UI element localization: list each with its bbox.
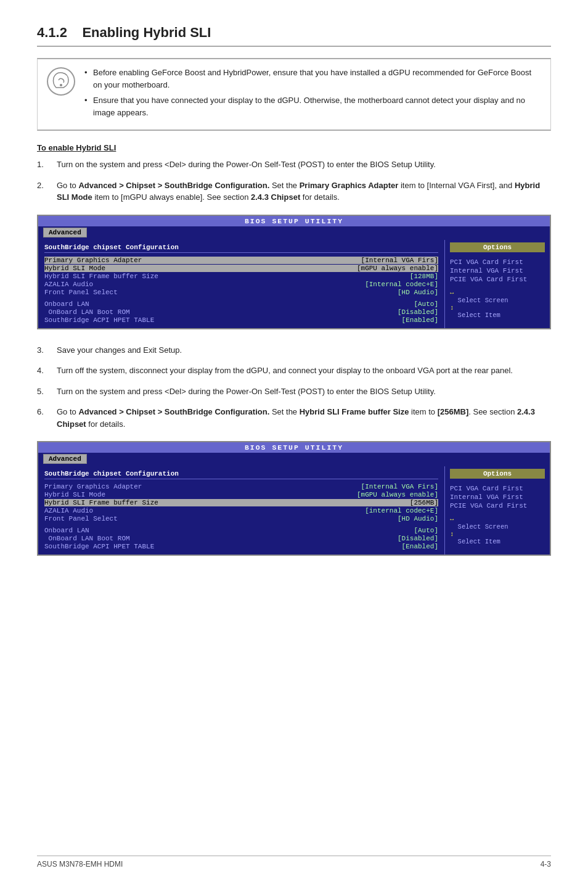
section-number: 4.1.2 — [37, 25, 67, 40]
bios-nav-1: ↔ Select Screen ↕ Select Item — [450, 289, 545, 319]
note-item-1: Before enabling GeForce Boost and Hybrid… — [84, 67, 542, 91]
bios-screenshot-1: BIOS SETUP UTILITY Advanced SouthBridge … — [37, 215, 551, 329]
bios-options-title-1: Options — [450, 242, 545, 252]
step-6-text: Go to Advanced > Chipset > SouthBridge C… — [57, 406, 551, 430]
step-1-text: Turn on the system and press <Del> durin… — [57, 159, 551, 171]
bios-row-1-5: Front Panel Select [HD Audio] — [44, 289, 438, 296]
steps-list-2: 3. Save your changes and Exit Setup. 4. … — [37, 344, 551, 431]
step-4: 4. Turn off the system, disconnect your … — [37, 365, 551, 377]
note-list: Before enabling GeForce Boost and Hybrid… — [84, 67, 542, 118]
bios-left-2: SouthBridge chipset Configuration Primar… — [38, 466, 445, 555]
bios-row-1-6: Onboard LAN [Auto] — [44, 300, 438, 308]
footer-left: ASUS M3N78-EMH HDMI — [37, 860, 123, 868]
note-box: Before enabling GeForce Boost and Hybrid… — [37, 58, 551, 131]
page-footer: ASUS M3N78-EMH HDMI 4-3 — [37, 856, 551, 868]
bios-options-title-2: Options — [450, 469, 545, 479]
sub-heading: To enable Hybrid SLI — [37, 143, 551, 152]
bios-body-2: SouthBridge chipset Configuration Primar… — [38, 466, 550, 555]
bios-title-bar-1: BIOS SETUP UTILITY — [38, 216, 550, 226]
step-4-num: 4. — [37, 365, 49, 377]
step-6-num: 6. — [37, 406, 49, 430]
bios-right-1: Options PCI VGA Card First Internal VGA … — [445, 240, 550, 328]
bios-row-2-6: Onboard LAN [Auto] — [44, 527, 438, 534]
svg-point-1 — [60, 84, 62, 86]
step-5-text: Turn on the system and press <Del> durin… — [57, 386, 551, 398]
bios-left-1: SouthBridge chipset Configuration Primar… — [38, 240, 445, 328]
step-3-num: 3. — [37, 344, 49, 357]
bios-row-1-4: AZALIA Audio [Internal codec+E] — [44, 281, 438, 288]
bios-option-2-2: Internal VGA First — [450, 493, 545, 501]
step-6: 6. Go to Advanced > Chipset > SouthBridg… — [37, 406, 551, 430]
bios-tab-2: Advanced — [43, 454, 87, 464]
step-3: 3. Save your changes and Exit Setup. — [37, 344, 551, 357]
bios-row-1-2: Hybrid SLI Mode [mGPU always enable] — [44, 265, 438, 272]
bios-row-1-7: OnBoard LAN Boot ROM [Disabled] — [44, 308, 438, 316]
bios-screenshot-2: BIOS SETUP UTILITY Advanced SouthBridge … — [37, 441, 551, 556]
step-5: 5. Turn on the system and press <Del> du… — [37, 386, 551, 398]
bios-row-1-1: Primary Graphics Adapter [Internal VGA F… — [44, 257, 438, 264]
bios-option-2-3: PCIE VGA Card First — [450, 502, 545, 510]
step-4-text: Turn off the system, disconnect your dis… — [57, 365, 551, 377]
svg-point-0 — [47, 68, 75, 95]
bios-option-2-1: PCI VGA Card First — [450, 485, 545, 492]
bios-row-2-7: OnBoard LAN Boot ROM [Disabled] — [44, 535, 438, 542]
steps-list-1: 1. Turn on the system and press <Del> du… — [37, 159, 551, 204]
caution-icon — [46, 67, 76, 96]
bios-option-1-1: PCI VGA Card First — [450, 258, 545, 266]
footer-right: 4-3 — [541, 860, 551, 868]
bios-tab-1: Advanced — [43, 228, 87, 237]
note-icon — [46, 67, 76, 96]
section-title: 4.1.2 Enabling Hybrid SLI — [37, 25, 551, 47]
bios-section-title-2: SouthBridge chipset Configuration — [44, 470, 438, 479]
note-item-2: Ensure that you have connected your disp… — [84, 94, 542, 118]
bios-row-2-2: Hybrid SLI Mode [mGPU always enable] — [44, 491, 438, 498]
bios-row-2-5: Front Panel Select [HD Audio] — [44, 515, 438, 522]
step-1: 1. Turn on the system and press <Del> du… — [37, 159, 551, 171]
bios-right-2: Options PCI VGA Card First Internal VGA … — [445, 466, 550, 555]
step-2-text: Go to Advanced > Chipset > SouthBridge C… — [57, 179, 551, 204]
bios-section-title-1: SouthBridge chipset Configuration — [44, 244, 438, 253]
bios-option-1-3: PCIE VGA Card First — [450, 276, 545, 283]
bios-row-2-4: AZALIA Audio [internal codec+E] — [44, 507, 438, 514]
bios-option-1-2: Internal VGA First — [450, 267, 545, 274]
step-5-num: 5. — [37, 386, 49, 398]
bios-body-1: SouthBridge chipset Configuration Primar… — [38, 240, 550, 328]
bios-row-2-8: SouthBridge ACPI HPET TABLE [Enabled] — [44, 543, 438, 550]
section-heading-text: Enabling Hybrid SLI — [82, 25, 211, 40]
step-2: 2. Go to Advanced > Chipset > SouthBridg… — [37, 179, 551, 204]
note-content: Before enabling GeForce Boost and Hybrid… — [84, 67, 542, 122]
bios-nav-2: ↔ Select Screen ↕ Select Item — [450, 516, 545, 545]
bios-title-bar-2: BIOS SETUP UTILITY — [38, 442, 550, 453]
bios-row-2-1: Primary Graphics Adapter [Internal VGA F… — [44, 483, 438, 490]
bios-row-2-3: Hybrid SLI Frame buffer Size [256MB] — [44, 499, 438, 506]
bios-row-1-3: Hybrid SLI Frame buffer Size [128MB] — [44, 273, 438, 280]
step-1-num: 1. — [37, 159, 49, 171]
bios-row-1-8: SouthBridge ACPI HPET TABLE [Enabled] — [44, 316, 438, 324]
step-2-num: 2. — [37, 179, 49, 204]
step-3-text: Save your changes and Exit Setup. — [57, 344, 551, 357]
